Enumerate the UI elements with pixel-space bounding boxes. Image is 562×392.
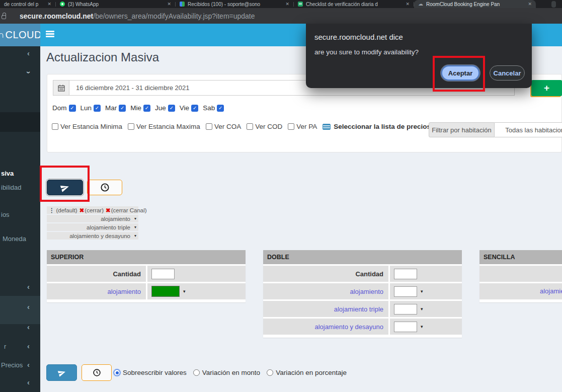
view-options-row: Ver Estancia Minima Ver Estancia Maxima …	[52, 123, 431, 130]
quantity-input[interactable]	[151, 269, 175, 279]
quantity-row: Cantidad	[263, 266, 462, 282]
quantity-label: Cantidad	[113, 270, 141, 278]
rate-row: alojamiento ▾	[47, 283, 246, 299]
rate-dropdown-alojamiento-desayuno[interactable]: alojamiento y desayuno ▾	[47, 232, 138, 240]
dialog-message: are you sure to modify availability?	[314, 48, 419, 56]
sidebar-active-section[interactable]	[0, 112, 40, 132]
radio-overwrite[interactable]	[114, 369, 120, 376]
tab-roomcloud-active[interactable]: ☁ RoomCloud Booking Engine Pan ✕	[414, 0, 536, 8]
tab-checklist[interactable]: Checklist de verificación diaria d ✕	[294, 0, 414, 8]
tab-close-icon[interactable]: ✕	[285, 2, 289, 7]
hamburger-menu-icon[interactable]	[46, 31, 54, 37]
tab-close-icon[interactable]: ✕	[167, 2, 171, 7]
quantity-row: Cantidad	[479, 266, 562, 282]
tab-panel-control[interactable]: de control del p ✕	[0, 0, 55, 8]
schedule-clock-button[interactable]	[87, 180, 122, 195]
chevron-left-icon[interactable]: ‹	[27, 303, 30, 310]
chevron-left-icon[interactable]: ‹	[27, 50, 30, 57]
availability-select[interactable]	[394, 286, 417, 297]
close-red-x-icon[interactable]: ✖	[79, 207, 85, 214]
availability-select-green[interactable]	[151, 286, 180, 297]
availability-select[interactable]	[394, 304, 417, 315]
schedule-clock-button[interactable]	[82, 364, 112, 381]
weekday-checkbox-row: Dom✓ Lun✓ Mar✓ Mie✓ Jue✓ Vie✓ Sab✓	[52, 104, 228, 112]
filter-by-room-button[interactable]: Filtrar por habitación	[429, 122, 495, 137]
room-panel-header: SENCILLA	[479, 250, 562, 264]
option-checkbox[interactable]	[288, 123, 294, 130]
sidebar-item-precios[interactable]: ios	[1, 211, 10, 218]
day-checkbox[interactable]: ✓	[69, 105, 76, 112]
room-panel-superior: SUPERIOR Cantidad alojamiento ▾	[47, 250, 246, 302]
dialog-title: secure.roomcloud.net dice	[314, 33, 403, 41]
day-label: Dom	[52, 104, 67, 112]
sidebar-item-disponibilidad[interactable]: ibilidad	[1, 184, 21, 191]
sidebar-item-actualizacion-masiva[interactable]: siva	[1, 170, 14, 177]
option-checkbox[interactable]	[128, 123, 134, 130]
dialog-cancel-button[interactable]: Cancelar	[490, 65, 525, 81]
update-prices-button[interactable]	[46, 364, 77, 381]
sidebar-item-moneda[interactable]: Moneda	[3, 235, 26, 243]
radio-variation-percent[interactable]	[267, 369, 273, 376]
day-checkbox[interactable]: ✓	[143, 105, 150, 112]
chevron-left-icon[interactable]: ‹	[27, 283, 30, 290]
close-channel-red-x-icon[interactable]: ✖	[106, 207, 111, 214]
room-panel-header: DOBLE	[263, 250, 462, 264]
tab-close-icon[interactable]: ✕	[47, 2, 51, 7]
rate-link[interactable]: alojamiento y desayuno	[314, 323, 383, 331]
option-checkbox[interactable]	[247, 123, 253, 130]
day-checkbox[interactable]: ✓	[191, 105, 198, 112]
availability-select[interactable]	[394, 322, 417, 332]
url-host: secure.roomcloud.net	[20, 12, 93, 20]
radio-variation-amount[interactable]	[193, 369, 200, 376]
option-label: Ver COA	[214, 123, 241, 130]
calendar-icon[interactable]	[53, 80, 69, 96]
tab-inbox[interactable]: Recibidos (100) - soporte@sono ✕	[176, 0, 293, 8]
url-path: /be/owners_area/modifyAvailability.jsp?i…	[93, 12, 255, 20]
tab-close-icon[interactable]: ✕	[406, 2, 410, 7]
rate-link[interactable]: alojamiento	[350, 288, 384, 295]
day-label: Sab	[203, 104, 215, 112]
caret-down-icon: ▾	[421, 289, 423, 294]
whatsapp-icon	[60, 2, 65, 7]
option-label: Ver Estancia Maxima	[136, 123, 200, 130]
all-rooms-dropdown[interactable]: Todas las habitaciones	[495, 122, 562, 137]
quantity-input[interactable]	[394, 269, 417, 279]
rate-link[interactable]: alojamiento triple	[334, 305, 383, 313]
day-label: Jue	[155, 104, 166, 112]
tab-close-icon[interactable]: ✕	[528, 2, 532, 7]
annotation-box-accept-button	[433, 56, 485, 92]
chevron-down-icon[interactable]: ‹	[24, 71, 31, 74]
url-text: secure.roomcloud.net/be/owners_area/modi…	[20, 12, 255, 20]
drag-handle-icon: ⋮	[49, 207, 55, 214]
select-price-list-link[interactable]: Seleccionar la lista de precios	[323, 123, 431, 130]
browser-url-bar[interactable]: secure.roomcloud.net/be/owners_area/modi…	[0, 8, 562, 24]
rate-link[interactable]: alojamiento	[108, 288, 141, 295]
chevron-left-icon[interactable]: ‹	[27, 379, 30, 386]
day-label: Mar	[105, 104, 117, 112]
channel-header-row[interactable]: ⋮ (default) ✖ (cerrar) ✖ (cerrar Canal)	[47, 206, 138, 214]
room-panel-doble: DOBLE Cantidad alojamiento ▾ alojamiento…	[263, 250, 462, 338]
day-checkbox[interactable]: ✓	[94, 105, 101, 112]
rate-dropdown-alojamiento-triple[interactable]: alojamiento triple ▾	[47, 223, 138, 231]
day-checkbox[interactable]: ✓	[217, 105, 224, 112]
rate-link[interactable]: alojamiento	[540, 287, 562, 295]
chevron-left-icon[interactable]: ‹	[27, 343, 30, 350]
option-checkbox[interactable]	[52, 123, 58, 130]
add-button[interactable]: +	[531, 80, 562, 96]
sidebar-submenu-block[interactable]	[0, 296, 40, 324]
page-title: Actualizacion Masiva	[46, 50, 159, 64]
chevron-left-icon[interactable]: ‹	[27, 361, 30, 368]
chevron-left-icon[interactable]: ‹	[27, 324, 30, 331]
rate-dropdown-alojamiento[interactable]: alojamiento ▾	[47, 215, 138, 222]
day-checkbox[interactable]: ✓	[119, 105, 126, 112]
option-label: Ver PA	[296, 123, 317, 130]
day-checkbox[interactable]: ✓	[168, 105, 175, 112]
day-label: Mie	[130, 104, 141, 112]
tab-whatsapp[interactable]: (3) WhatsApp ✕	[56, 0, 175, 8]
sidebar-item-r[interactable]: r	[4, 343, 6, 350]
day-label: Vie	[180, 104, 189, 112]
new-tab-button[interactable]	[551, 1, 556, 8]
sidebar-item-precios2[interactable]: Precios	[1, 361, 23, 369]
option-checkbox[interactable]	[206, 123, 212, 130]
channel-close-channel-label: (cerrar Canal)	[111, 207, 147, 213]
